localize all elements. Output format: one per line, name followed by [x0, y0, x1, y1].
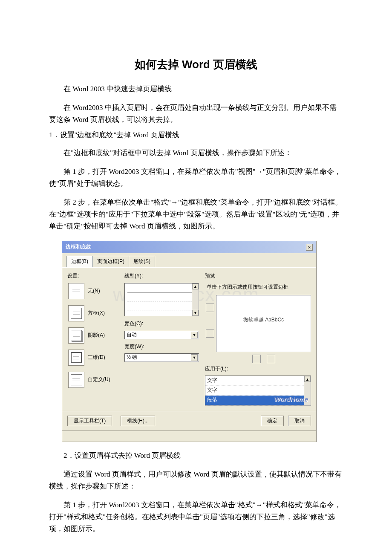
apply-option[interactable]: 文字	[205, 386, 311, 396]
tab-row: 边框(B) 页面边框(P) 底纹(S)	[62, 253, 316, 268]
setting-shadow[interactable]: 阴影(A)	[68, 327, 118, 344]
border-bottom-button[interactable]	[206, 329, 214, 338]
dropdown-value: 自动	[127, 331, 137, 339]
paragraph: 在 Word2003 中插入页眉时，会在页眉处自动出现一条横线与正文分割。用户如…	[49, 102, 343, 126]
cancel-button[interactable]: 取消	[288, 416, 311, 426]
ok-button[interactable]: 确定	[261, 416, 284, 426]
paragraph: 在"边框和底纹"对话框中可以去掉 Word 页眉横线，操作步骤如下所述：	[49, 147, 343, 159]
apply-option-selected[interactable]: 段落	[205, 396, 311, 405]
setting-label-text: 自定义(U)	[88, 376, 110, 384]
apply-label: 应用于(L):	[205, 365, 311, 373]
setting-label-text: 阴影(A)	[88, 331, 105, 340]
paragraph: 第 1 步，打开 Word2003 文档窗口，在菜单栏依次单击"格式"→"样式和…	[49, 499, 343, 535]
apply-option[interactable]: 文字	[205, 376, 311, 386]
close-icon[interactable]: ×	[306, 244, 313, 251]
intro-text: 在 Word 2003 中快速去掉页眉横线	[49, 83, 343, 95]
dialog-shadow-bar	[62, 431, 317, 442]
tab-shading[interactable]: 底纹(S)	[129, 256, 155, 267]
setting-custom[interactable]: 自定义(U)	[68, 372, 118, 388]
horizontal-line-button[interactable]: 横线(H)...	[121, 416, 155, 426]
paragraph: 第 2 步，在菜单栏依次单击"格式"→"边框和底纹"菜单命令，打开"边框和底纹"…	[49, 197, 343, 232]
setting-label-text: 方框(X)	[88, 309, 105, 318]
section-heading-2: 2．设置页眉样式去掉 Word 页眉横线	[49, 450, 343, 462]
linetype-label: 线型(Y):	[124, 272, 199, 280]
width-dropdown[interactable]: ½ 磅 ▼	[124, 353, 199, 362]
show-toolbar-button[interactable]: 显示工具栏(T)	[67, 416, 112, 426]
setting-label: 设置:	[67, 272, 118, 280]
chevron-down-icon: ▼	[191, 354, 198, 361]
preview-sample-text: 微软卓越 AaBbCc	[216, 316, 311, 324]
dropdown-value: ½ 磅	[127, 353, 137, 362]
chevron-down-icon: ▼	[191, 332, 198, 338]
setting-3d[interactable]: 三维(D)	[68, 350, 118, 366]
paragraph: 第 1 步，打开 Word2003 文档窗口，在菜单栏依次单击"视图"→"页眉和…	[49, 166, 343, 190]
section-heading-1: 1．设置"边框和底纹"去掉 Word 页眉横线	[49, 129, 343, 141]
border-top-button[interactable]	[206, 304, 214, 312]
setting-none[interactable]: 无(N)	[68, 283, 118, 299]
dialog-title: 边框和底纹	[66, 243, 91, 251]
color-dropdown[interactable]: 自动 ▼	[124, 331, 199, 339]
preview-hint: 单击下方图示或使用按钮可设置边框	[207, 283, 311, 292]
setting-label-text: 三维(D)	[88, 353, 105, 362]
preview-pane: 微软卓越 AaBbCc	[216, 295, 311, 352]
page-title: 如何去掉 Word 页眉横线	[49, 55, 343, 74]
paragraph: 通过设置 Word 页眉样式，用户可以修改 Word 页眉的默认设置，使其默认情…	[49, 468, 343, 492]
apply-dropdown[interactable]: 文字 文字 段落 ▲ WordHome	[205, 376, 311, 405]
tab-page-border[interactable]: 页面边框(P)	[92, 256, 129, 267]
scroll-up-icon[interactable]: ▲	[192, 283, 199, 289]
scroll-down-icon[interactable]: ▼	[192, 310, 199, 316]
scroll-up-icon[interactable]: ▲	[304, 376, 311, 382]
border-left-button[interactable]	[252, 355, 261, 363]
preview-label: 预览	[205, 272, 311, 280]
border-right-button[interactable]	[267, 355, 275, 363]
setting-label-text: 无(N)	[88, 287, 100, 295]
tab-border[interactable]: 边框(B)	[66, 256, 93, 267]
dialog-titlebar: 边框和底纹 ×	[62, 241, 316, 253]
setting-box[interactable]: 方框(X)	[68, 305, 118, 321]
color-label: 颜色(C):	[124, 320, 199, 328]
width-label: 宽度(W):	[124, 343, 199, 351]
dialog-screenshot: www.bdocx.com 边框和底纹 × 边框(B) 页面边框(P) 底纹(S…	[62, 241, 317, 442]
linetype-select[interactable]: ▲ ▼	[124, 283, 199, 316]
